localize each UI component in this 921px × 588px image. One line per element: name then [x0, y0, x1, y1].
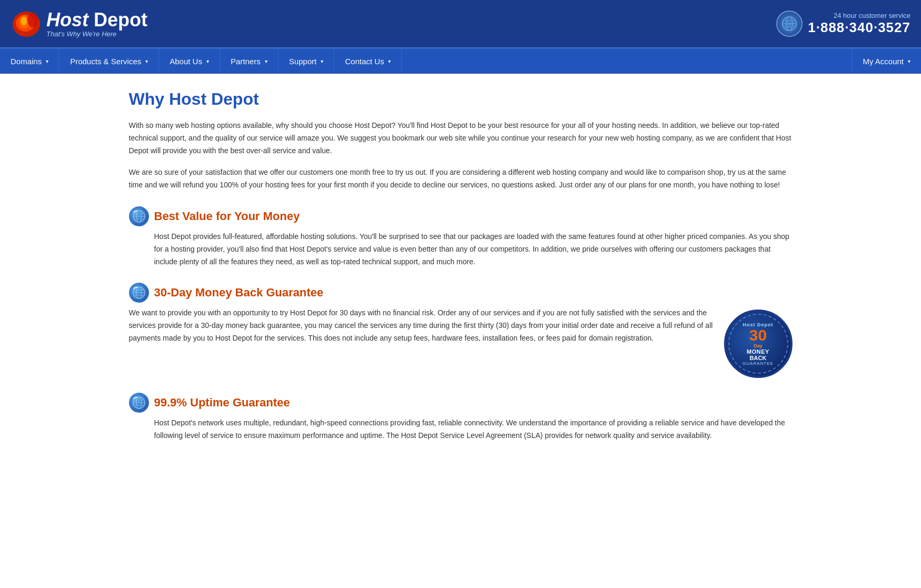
intro-paragraph-2: We are so sure of your satisfaction that…	[129, 166, 793, 192]
section-globe-icon-3	[129, 393, 149, 413]
logo-tagline: That's Why We're Here	[46, 31, 147, 38]
section-money-back: 30-Day Money Back Guarantee We want to p…	[129, 283, 793, 378]
section-title-money-back: 30-Day Money Back Guarantee	[154, 286, 324, 300]
badge-day-label: Day	[754, 343, 762, 348]
section-title-best-value: Best Value for Your Money	[154, 210, 300, 223]
nav-contact-us[interactable]: Contact Us ▾	[334, 48, 402, 74]
dropdown-arrow-icon: ▾	[265, 58, 268, 64]
logo-name: Host Host DepotDepot	[46, 9, 147, 31]
dropdown-arrow-icon: ▾	[46, 58, 48, 64]
section-globe-icon	[129, 206, 149, 226]
dropdown-arrow-icon: ▾	[145, 58, 148, 64]
badge-guarantee: GUARANTEE	[742, 361, 774, 366]
logo-icon	[11, 9, 42, 38]
dropdown-arrow-icon: ▾	[206, 58, 209, 64]
section-header-best-value: Best Value for Your Money	[129, 206, 793, 226]
cs-text: 24 hour customer service 1·888·340·3527	[808, 12, 910, 36]
badge-back: BACK	[750, 355, 767, 361]
section-body-uptime: Host Depot's network uses multiple, redu…	[154, 417, 793, 442]
main-content: Why Host Depot With so many web hosting …	[118, 74, 803, 463]
section-uptime: 99.9% Uptime Guarantee Host Depot's netw…	[129, 393, 793, 442]
section-best-value: Best Value for Your Money Host Depot pro…	[129, 206, 793, 268]
logo-area[interactable]: Host Host DepotDepot That's Why We're He…	[11, 9, 147, 38]
main-nav: Domains ▾ Products & Services ▾ About Us…	[0, 47, 921, 74]
intro-paragraph-1: With so many web hosting options availab…	[129, 119, 793, 157]
nav-partners[interactable]: Partners ▾	[220, 48, 279, 74]
thirty-day-badge: Host Depot 30 Day MONEY BACK GUARANTEE	[724, 310, 793, 378]
section-with-badge: We want to provide you with an opportuni…	[129, 307, 793, 378]
section-header-uptime: 99.9% Uptime Guarantee	[129, 393, 793, 413]
page-title: Why Host Depot	[129, 89, 793, 109]
section-globe-icon-2	[129, 283, 149, 303]
logo-text: Host Host DepotDepot That's Why We're He…	[46, 9, 147, 38]
cs-label: 24 hour customer service	[808, 12, 910, 19]
section-header-money-back: 30-Day Money Back Guarantee	[129, 283, 793, 303]
customer-service: 24 hour customer service 1·888·340·3527	[776, 11, 910, 37]
nav-my-account[interactable]: My Account ▾	[851, 48, 921, 74]
nav-support[interactable]: Support ▾	[279, 48, 335, 74]
cs-phone: 1·888·340·3527	[808, 19, 910, 36]
cs-globe-icon	[776, 11, 803, 37]
badge-days: 30	[749, 327, 767, 343]
site-header: Host Host DepotDepot That's Why We're He…	[0, 0, 921, 47]
badge-brand: Host Depot	[743, 322, 774, 327]
nav-about-us[interactable]: About Us ▾	[159, 48, 220, 74]
svg-point-3	[21, 17, 27, 25]
section-title-uptime: 99.9% Uptime Guarantee	[154, 396, 290, 410]
dropdown-arrow-icon: ▾	[388, 58, 391, 64]
section-body-money-back: We want to provide you with an opportuni…	[129, 307, 714, 344]
dropdown-arrow-icon: ▾	[908, 58, 910, 64]
dropdown-arrow-icon: ▾	[321, 58, 323, 64]
nav-domains[interactable]: Domains ▾	[0, 48, 60, 74]
nav-products-services[interactable]: Products & Services ▾	[60, 48, 159, 74]
badge-money: MONEY	[747, 348, 769, 355]
section-body-best-value: Host Depot provides full-featured, affor…	[154, 231, 793, 268]
svg-point-4	[27, 13, 38, 27]
money-back-text-col: We want to provide you with an opportuni…	[129, 307, 714, 344]
